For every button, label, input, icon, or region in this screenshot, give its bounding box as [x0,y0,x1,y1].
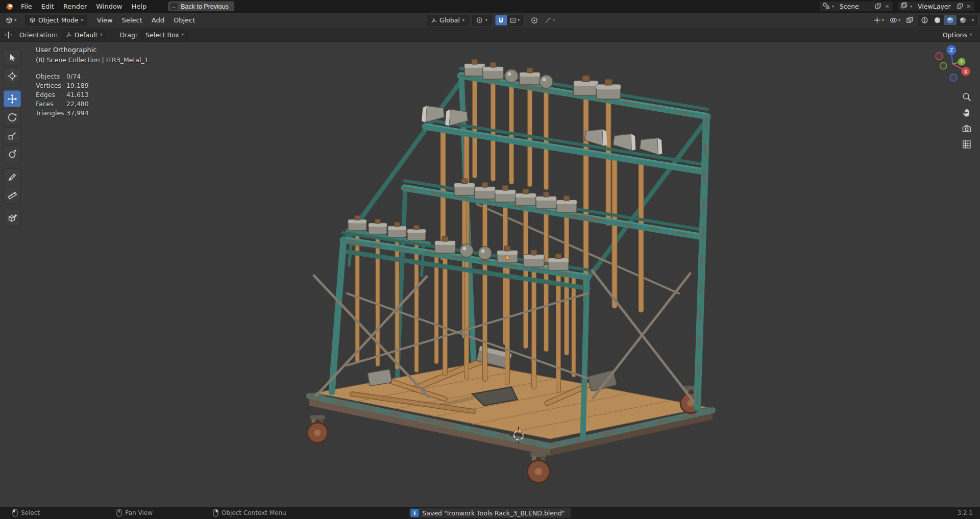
stat-value: 22,480 [66,100,89,109]
menu-render[interactable]: Render [59,0,91,13]
menu-window[interactable]: Window [91,0,127,13]
pan-hand-icon[interactable] [961,107,973,119]
stat-label: Vertices [36,81,66,90]
transform-orientation-selector[interactable]: Global ▾ [427,15,469,26]
object-origin-dot [506,256,509,260]
chevron-down-icon: ▾ [882,18,884,22]
duplicate-view-layer-icon[interactable] [957,3,963,11]
shading-solid-button[interactable] [931,15,944,25]
hint-label: Object Context Menu [222,509,286,516]
stat-value: 41,613 [66,90,89,100]
menu-view[interactable]: View [92,13,117,28]
stat-value: 37,994 [66,109,89,118]
proportional-editing-toggle[interactable] [529,17,540,24]
chevron-down-icon: ▾ [518,18,520,22]
scene-name: Scene [837,3,872,10]
snap-toggle[interactable] [495,15,507,26]
tool-transform[interactable] [4,145,21,162]
chevron-down-icon: ▾ [14,18,16,22]
orientation-setting-label: Orientation: [19,31,58,39]
view-layer-selector[interactable]: ▾ ViewLayer ✕ [897,1,975,12]
options-label: Options [943,31,967,39]
shading-rendered-button[interactable] [957,15,969,25]
stat-label: Edges [36,90,66,100]
navigation-gizmo[interactable]: Z Y X [928,37,979,93]
back-to-previous-button[interactable]: ← Back to Previous [168,2,234,11]
options-dropdown[interactable]: Options ▾ [939,30,976,40]
zoom-icon[interactable] [961,91,973,103]
snap-target-selector[interactable]: ▾ [507,15,523,26]
tool-select-box[interactable] [4,49,21,66]
mode-selector[interactable]: Object Mode ▾ [25,15,87,26]
shading-dropdown[interactable]: ▾ [969,15,976,25]
chevron-down-icon: ▾ [832,5,834,9]
viewport-nav-buttons [961,91,973,151]
show-overlays-toggle[interactable]: ▾ [888,16,902,24]
blender-logo-icon[interactable] [4,3,14,11]
pivot-icon [476,17,483,23]
close-view-layer-icon[interactable]: ✕ [966,4,972,9]
scene-icon [822,2,829,11]
chevron-down-icon: ▾ [100,33,102,37]
menu-edit[interactable]: Edit [37,0,59,13]
stat-label: Triangles [36,109,66,118]
shading-material-preview-button[interactable] [944,15,957,25]
viewport-header: ▾ Object Mode ▾ View Select Add Object G… [0,13,980,28]
camera-view-icon[interactable] [961,122,973,135]
drag-setting-label: Drag: [119,31,137,39]
status-bar: Select Pan View Object Context Menu i Sa… [0,507,980,519]
topbar: File Edit Render Window Help ← Back to P… [0,0,980,13]
tool-scale[interactable] [4,127,21,144]
orientation-icon [66,32,72,38]
menu-object[interactable]: Object [169,13,200,28]
view-label: User Orthographic [36,46,149,54]
tool-measure[interactable] [4,187,21,204]
drag-setting-value: Select Box [145,31,179,39]
mouse-right-icon [213,509,218,517]
menu-select[interactable]: Select [117,13,147,28]
editor-type-selector[interactable]: ▾ [4,16,18,24]
menu-add[interactable]: Add [147,13,169,28]
viewport-info: User Orthographic (8) Scene Collection |… [36,46,149,118]
orientation-icon [431,17,437,23]
orientation-setting-value: Default [75,31,98,39]
magnet-icon [498,17,504,23]
tool-move[interactable] [4,90,21,107]
orientation-setting-dropdown[interactable]: Default ▾ [62,30,107,40]
drag-setting-dropdown[interactable]: Select Box ▾ [141,30,188,40]
pivot-point-selector[interactable]: ▾ [472,15,492,26]
chevron-down-icon: ▾ [485,18,487,22]
menu-help[interactable]: Help [127,0,152,13]
hint-label: Pan View [125,509,153,516]
chevron-down-icon: ▾ [182,33,184,37]
tools-rack-model [307,59,713,483]
back-arrow-icon: ← [170,3,178,10]
tool-add-cube[interactable] [4,210,21,227]
perspective-grid-icon[interactable] [961,138,973,151]
close-scene-icon[interactable]: ✕ [884,4,890,9]
show-gizmo-toggle[interactable]: ▾ [872,16,886,24]
shading-wireframe-button[interactable] [918,15,931,25]
tool-annotate[interactable] [4,168,21,185]
shading-mode-switch: ▾ [918,15,977,26]
toolbar [4,49,23,227]
duplicate-scene-icon[interactable] [875,3,881,11]
active-tool-icon [5,31,12,39]
xray-toggle[interactable] [904,16,915,24]
view-layer-name: ViewLayer [915,3,954,10]
scene-selector[interactable]: ▾ Scene ✕ [819,1,893,12]
gizmo-x-label: X [964,69,967,75]
snap-increment-icon [510,17,516,23]
proportional-falloff-selector[interactable]: ▾ [543,17,556,24]
tool-cursor[interactable] [4,67,21,84]
view-layer-icon [900,2,908,11]
hint-select: Select [12,509,40,517]
stat-label: Objects [36,72,66,81]
chevron-down-icon: ▾ [81,18,83,22]
blender-version: 3.2.1 [957,509,973,516]
chevron-down-icon: ▾ [462,18,464,22]
chevron-down-icon: ▾ [970,33,972,37]
menu-file[interactable]: File [16,0,37,13]
mouse-middle-icon [116,509,122,517]
tool-rotate[interactable] [4,109,21,126]
